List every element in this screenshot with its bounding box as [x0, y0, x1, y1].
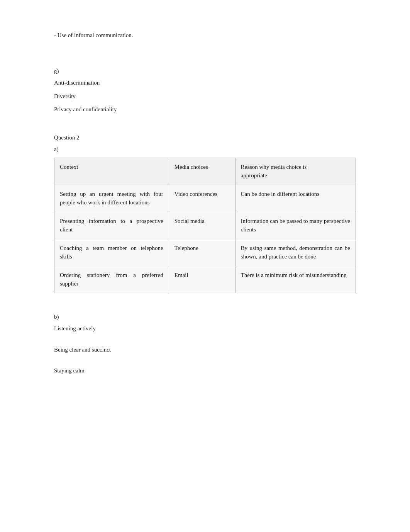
- question2-header: Question 2: [54, 133, 356, 142]
- table-row: Setting up an urgent meeting with four p…: [54, 185, 356, 212]
- intro-section: - Use of informal communication.: [54, 31, 356, 40]
- row1-media: Video conferences: [169, 185, 235, 212]
- header-context: Context: [54, 158, 169, 185]
- question2-sub-a: a): [54, 145, 356, 154]
- b-item-2: Being clear and succinct: [54, 345, 356, 354]
- b-item-3: Staying calm: [54, 366, 356, 375]
- row1-context: Setting up an urgent meeting with four p…: [54, 185, 169, 212]
- table-header-row: Context Media choices Reason why media c…: [54, 158, 356, 185]
- row4-context: Ordering stationery from a preferred sup…: [54, 266, 169, 293]
- intro-bullet: - Use of informal communication.: [54, 31, 356, 40]
- table-row: Coaching a team member on telephone skil…: [54, 239, 356, 266]
- section-g: g) Anti-discrimination Diversity Privacy…: [54, 67, 356, 114]
- g-item-3: Privacy and confidentiality: [54, 105, 356, 114]
- b-item-1: Listening actively: [54, 324, 356, 333]
- header-media: Media choices: [169, 158, 235, 185]
- row2-context: Presenting information to a prospective …: [54, 212, 169, 239]
- row4-reason: There is a minimum risk of misunderstand…: [235, 266, 356, 293]
- question2-sub-b: b): [54, 313, 356, 321]
- g-item-2: Diversity: [54, 92, 356, 101]
- row4-media: Email: [169, 266, 235, 293]
- question2-section: Question 2 a) Context Media choices Reas…: [54, 133, 356, 375]
- row2-media: Social media: [169, 212, 235, 239]
- row1-reason: Can be done in different locations: [235, 185, 356, 212]
- header-reason-text: Reason why media choice isappropriate: [241, 164, 307, 179]
- header-reason: Reason why media choice isappropriate: [235, 158, 356, 185]
- media-choice-table: Context Media choices Reason why media c…: [54, 158, 356, 293]
- row2-reason: Information can be passed to many perspe…: [235, 212, 356, 239]
- g-item-1: Anti-discrimination: [54, 78, 356, 87]
- row3-reason: By using same method, demonstration can …: [235, 239, 356, 266]
- row3-context: Coaching a team member on telephone skil…: [54, 239, 169, 266]
- table-row: Ordering stationery from a preferred sup…: [54, 266, 356, 293]
- row3-media: Telephone: [169, 239, 235, 266]
- section-g-label: g): [54, 67, 356, 76]
- table-row: Presenting information to a prospective …: [54, 212, 356, 239]
